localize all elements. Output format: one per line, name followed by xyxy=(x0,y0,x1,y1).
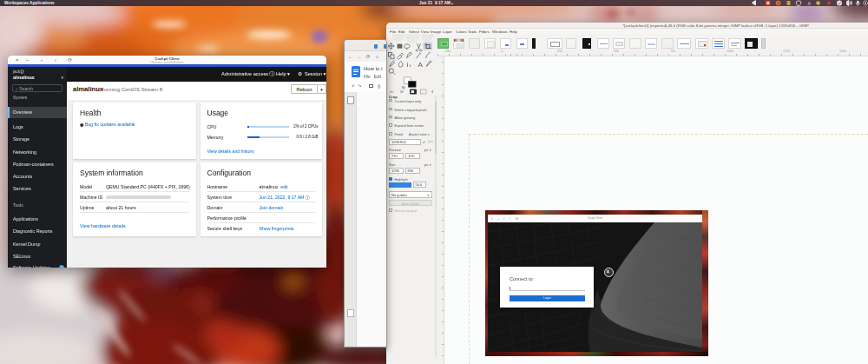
svg-text:A: A xyxy=(808,1,812,6)
svg-text:A: A xyxy=(418,61,424,69)
